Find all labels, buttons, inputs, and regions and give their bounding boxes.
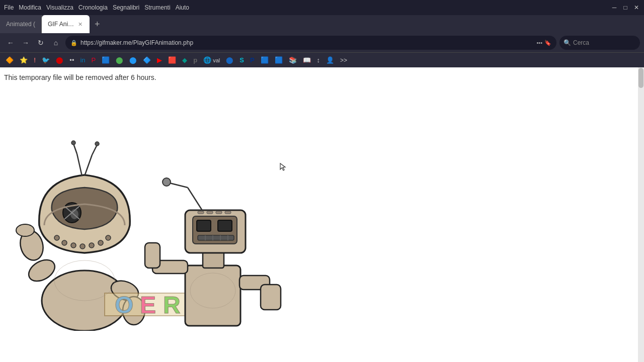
- home-button[interactable]: ⌂: [49, 36, 62, 49]
- dots-icon: ••: [69, 56, 74, 64]
- blue1-icon: 🟦: [102, 56, 110, 64]
- bookmark-star-icon[interactable]: 🔖: [544, 40, 551, 46]
- nav-buttons: ← → ↻ ⌂: [4, 36, 62, 49]
- svg-point-20: [95, 142, 99, 146]
- back-button[interactable]: ←: [4, 36, 17, 49]
- bookmark-red1[interactable]: ⬤: [53, 55, 66, 65]
- bookmark-blue4[interactable]: 🟦: [272, 55, 285, 65]
- menu-segnalibri[interactable]: Segnalibri: [113, 4, 139, 11]
- address-bar-icons: ••• 🔖: [536, 40, 551, 46]
- pinterest-icon: P: [92, 56, 96, 64]
- titlebar-left: File Modifica Visualizza Cronologia Segn…: [4, 4, 189, 11]
- menu-strumenti[interactable]: Strumenti: [144, 4, 170, 11]
- tab-animated-label: Animated (: [6, 21, 35, 28]
- svg-rect-45: [198, 211, 204, 214]
- svg-point-11: [54, 235, 59, 240]
- bookmark-s[interactable]: S: [237, 55, 247, 65]
- paypal-icon: P: [250, 56, 255, 64]
- blue4-icon: 🟦: [275, 56, 283, 64]
- s-icon: S: [239, 56, 244, 64]
- ublock-icon: 🔶: [6, 56, 14, 64]
- svg-point-17: [106, 235, 111, 240]
- svg-rect-29: [261, 285, 281, 310]
- svg-point-16: [98, 240, 103, 245]
- globe-icon: 🌐: [203, 56, 211, 64]
- reload-button[interactable]: ↻: [34, 36, 47, 49]
- twitter-icon: 🐦: [42, 56, 50, 64]
- linkedin-icon: in: [80, 56, 85, 64]
- red2-icon: 🟥: [168, 56, 176, 64]
- bookmark-teal[interactable]: ◆: [180, 55, 190, 65]
- svg-point-15: [89, 243, 94, 248]
- menu-visualizza[interactable]: Visualizza: [46, 4, 73, 11]
- bookmark-red2[interactable]: 🟥: [166, 55, 179, 65]
- bookmark-youtube[interactable]: ▶: [154, 55, 165, 65]
- maximize-button[interactable]: □: [622, 4, 629, 11]
- titlebar: File Modifica Visualizza Cronologia Segn…: [0, 0, 644, 15]
- youtube-icon: ▶: [157, 56, 162, 64]
- star-icon: ⭐: [20, 56, 28, 64]
- exclaim-icon: !: [34, 56, 36, 64]
- forward-button[interactable]: →: [19, 36, 32, 49]
- bookmarks-bar: 🔶 ⭐ ! 🐦 ⬤ •• in P 🟦 ⬤ ⬤ 🔷 ▶ 🟥 ◆ p 🌐val ⬤…: [0, 52, 644, 67]
- bookmark-linkedin[interactable]: in: [77, 55, 88, 65]
- page-content: This temporary file will be removed afte…: [0, 67, 644, 362]
- bookmark-ublock[interactable]: 🔶: [3, 55, 16, 65]
- bookmark-exclaim[interactable]: !: [31, 55, 38, 65]
- svg-rect-37: [198, 235, 234, 240]
- menu-cronologia[interactable]: Cronologia: [78, 4, 108, 11]
- more-options-icon[interactable]: •••: [536, 40, 542, 46]
- vertical-scrollbar[interactable]: [638, 67, 644, 362]
- sidebar-toggle[interactable]: 📚: [286, 55, 299, 65]
- scrollbar-thumb[interactable]: [638, 68, 643, 88]
- user-button[interactable]: 👤: [324, 55, 337, 65]
- tab-close-button[interactable]: ✕: [77, 20, 84, 29]
- user-icon: 👤: [326, 56, 334, 64]
- search-icon: 🔍: [564, 39, 571, 46]
- temp-notice: This temporary file will be removed afte…: [4, 73, 640, 81]
- reading-mode[interactable]: 📖: [300, 55, 313, 65]
- url-display: https://gifmaker.me/PlayGIFAnimation.php: [80, 39, 533, 46]
- bookmark-pinterest[interactable]: P: [89, 55, 99, 65]
- svg-rect-47: [216, 211, 222, 214]
- menu-aiuto[interactable]: Aiuto: [176, 4, 189, 11]
- svg-point-13: [71, 243, 76, 248]
- robot-svg: O E R: [4, 89, 311, 331]
- bookmark-p[interactable]: p: [191, 55, 200, 65]
- bookmark-paypal[interactable]: P: [248, 55, 257, 65]
- bookmark-green1[interactable]: ⬤: [113, 55, 126, 65]
- menu-bar: File Modifica Visualizza Cronologia Segn…: [4, 4, 189, 11]
- svg-point-44: [163, 178, 171, 186]
- bookmark-blue3[interactable]: 🟦: [258, 55, 271, 65]
- bookmark-blue2[interactable]: 🔷: [140, 55, 153, 65]
- p-icon: p: [193, 56, 197, 64]
- minimize-button[interactable]: ─: [611, 4, 618, 11]
- svg-rect-36: [218, 220, 232, 231]
- bookmark-circle-blue[interactable]: ⬤: [127, 55, 139, 65]
- sidebar-icon: 📚: [289, 56, 297, 64]
- bookmark-circle2[interactable]: ⬤: [223, 55, 236, 65]
- bookmark-blue1[interactable]: 🟦: [99, 55, 112, 65]
- red-icon: ⬤: [56, 56, 63, 64]
- more-tools-button[interactable]: >>: [338, 56, 350, 65]
- blue3-icon: 🟦: [261, 56, 269, 64]
- circle-blue-icon: ⬤: [129, 56, 137, 64]
- menu-modifica[interactable]: Modifica: [19, 4, 41, 11]
- bookmark-val-label: val: [213, 57, 220, 63]
- bookmark-star1[interactable]: ⭐: [17, 55, 30, 65]
- green-icon: ⬤: [116, 56, 123, 64]
- sync-button[interactable]: ↕: [314, 55, 323, 65]
- tab-animated[interactable]: Animated (: [0, 15, 42, 33]
- close-button[interactable]: ✕: [633, 4, 640, 11]
- svg-rect-48: [225, 211, 231, 214]
- menu-file[interactable]: File: [4, 4, 14, 11]
- address-bar[interactable]: 🔒 https://gifmaker.me/PlayGIFAnimation.p…: [65, 36, 556, 50]
- search-placeholder: Cerca: [573, 39, 589, 46]
- bookmark-globe[interactable]: 🌐val: [201, 55, 222, 65]
- bookmark-dots[interactable]: ••: [67, 55, 76, 65]
- tab-gif-animation[interactable]: GIF Ani… ✕: [42, 15, 90, 33]
- bookmark-twitter[interactable]: 🐦: [39, 55, 52, 65]
- search-bar[interactable]: 🔍 Cerca: [559, 36, 640, 50]
- new-tab-button[interactable]: +: [90, 15, 105, 33]
- svg-rect-35: [197, 220, 211, 231]
